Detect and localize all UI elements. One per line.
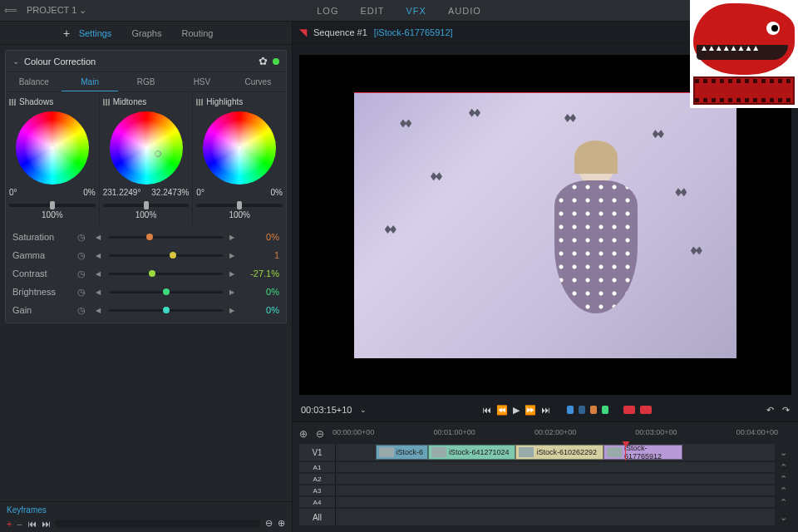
collapse-track-icon[interactable]: ⌃ xyxy=(775,462,791,473)
step-back-icon[interactable]: ⏪ xyxy=(496,405,508,416)
add-button[interactable]: + xyxy=(63,27,70,40)
step-fwd-icon[interactable]: ⏩ xyxy=(525,405,536,416)
sidebar-tab-graphs[interactable]: Graphs xyxy=(131,28,161,38)
param-gamma: Gamma ◷ ◀ ▶ 1 xyxy=(12,246,279,264)
keyframe-icon[interactable]: ◷ xyxy=(77,287,89,298)
kf-remove[interactable]: – xyxy=(17,519,22,529)
kf-next-icon[interactable]: ⏭ xyxy=(42,519,51,529)
subtab-hsv[interactable]: HSV xyxy=(174,72,229,91)
param-slider[interactable] xyxy=(109,291,223,293)
chevron-down-icon[interactable]: ⌄ xyxy=(360,406,367,414)
top-bar: ⟸ PROJECT 1 ⌄ LOG EDIT VFX AUDIO xyxy=(0,0,798,22)
wheel-slider[interactable] xyxy=(103,204,190,207)
clip[interactable]: iStock-610262292 xyxy=(515,445,603,460)
prev-kf-icon[interactable]: ◀ xyxy=(96,288,102,296)
all-lane[interactable] xyxy=(336,509,775,525)
kf-prev-icon[interactable]: ⏮ xyxy=(27,519,37,529)
gear-icon[interactable]: ✿ xyxy=(259,55,268,67)
wheel-slider[interactable] xyxy=(9,204,96,207)
clip[interactable]: iStock-6 xyxy=(376,445,428,460)
project-label[interactable]: PROJECT 1 ⌄ xyxy=(27,5,86,16)
kf-scrub[interactable] xyxy=(56,520,260,528)
wheel-slider[interactable] xyxy=(196,204,283,207)
zoom-out-icon[interactable]: ⊖ xyxy=(265,518,273,529)
enabled-dot[interactable] xyxy=(273,58,279,65)
sidebar-tab-routing[interactable]: Routing xyxy=(181,28,213,38)
video-lane[interactable]: iStock-617765912 iStock-610262292 iStock… xyxy=(336,444,775,461)
prev-kf-icon[interactable]: ◀ xyxy=(96,307,102,314)
prev-kf-icon[interactable]: ◀ xyxy=(96,252,102,259)
timeline: ⊕ ⊖ 00:00:00+0000:01:00+0000:02:00+0000:… xyxy=(293,421,798,532)
param-gain: Gain ◷ ◀ ▶ 0% xyxy=(12,301,279,319)
next-kf-icon[interactable]: ▶ xyxy=(229,288,236,296)
next-kf-icon[interactable]: ▶ xyxy=(229,307,236,314)
clip[interactable]: iStock-617765912 xyxy=(603,445,682,460)
tab-edit[interactable]: EDIT xyxy=(360,6,384,16)
goto-end-icon[interactable]: ⏭ xyxy=(541,405,550,415)
keyframe-icon[interactable]: ◷ xyxy=(77,268,89,279)
clip[interactable]: iStock-641271024 xyxy=(428,445,516,460)
audio-lane[interactable] xyxy=(336,485,775,495)
marker-blue2[interactable] xyxy=(579,406,585,414)
bars-icon xyxy=(196,99,203,106)
collapse-track-icon[interactable]: ⌃ xyxy=(775,497,791,508)
bars-icon xyxy=(9,99,16,106)
collapse-track-icon[interactable]: ⌄ xyxy=(775,447,791,458)
subject-girl xyxy=(538,140,654,358)
subtab-rgb[interactable]: RGB xyxy=(118,72,174,91)
track-a4: A4 ⌃ xyxy=(299,497,791,507)
zoom-in-icon[interactable]: ⊕ xyxy=(299,428,308,440)
collapse-track-icon[interactable]: ⌃ xyxy=(775,474,791,485)
zoom-out-icon[interactable]: ⊖ xyxy=(316,428,324,440)
wheel-shadows: Shadows 0°0% 100% xyxy=(6,92,100,224)
param-slider[interactable] xyxy=(109,236,223,239)
audio-lane[interactable] xyxy=(336,474,775,484)
prev-kf-icon[interactable]: ◀ xyxy=(96,270,102,278)
redo-icon[interactable]: ↷ xyxy=(782,405,790,416)
keyframe-icon[interactable]: ◷ xyxy=(77,232,89,243)
next-kf-icon[interactable]: ▶ xyxy=(229,234,236,241)
keyframe-icon[interactable]: ◷ xyxy=(77,305,89,316)
collapse-track-icon[interactable]: ⌃ xyxy=(775,485,791,496)
subtab-main[interactable]: Main xyxy=(62,72,117,91)
time-ruler[interactable]: 00:00:00+0000:01:00+0000:02:00+0000:03:0… xyxy=(332,426,791,441)
param-slider[interactable] xyxy=(109,254,223,257)
param-slider[interactable] xyxy=(109,309,223,312)
kf-add[interactable]: + xyxy=(7,519,12,529)
undo-icon[interactable]: ↶ xyxy=(766,405,774,416)
back-button[interactable]: ⟸ xyxy=(0,0,22,22)
collapse-icon[interactable]: ⌄ xyxy=(12,57,19,66)
timecode[interactable]: 00:03:15+10 xyxy=(301,405,352,415)
sidebar-tab-settings[interactable]: Settings xyxy=(79,28,112,38)
marker-green[interactable] xyxy=(602,406,608,414)
clip-thumb xyxy=(379,447,394,457)
tab-log[interactable]: LOG xyxy=(317,6,338,16)
subtab-curves[interactable]: Curves xyxy=(230,72,286,91)
color-wheel[interactable] xyxy=(16,111,89,185)
bookmark-icon[interactable]: ◥ xyxy=(299,27,307,38)
play-icon[interactable]: ▶ xyxy=(513,405,520,416)
audio-lane[interactable] xyxy=(336,497,775,507)
tab-audio[interactable]: AUDIO xyxy=(448,6,481,16)
color-wheel[interactable] xyxy=(110,111,183,185)
audio-lane[interactable] xyxy=(336,462,775,472)
subtab-balance[interactable]: Balance xyxy=(6,72,62,91)
keyframes-bar: Keyframes + – ⏮ ⏭ ⊖ ⊕ xyxy=(0,501,292,532)
keyframe-icon[interactable]: ◷ xyxy=(77,250,89,261)
collapse-track-icon[interactable]: ⌄ xyxy=(775,512,791,523)
clip-thumb xyxy=(431,447,446,457)
zoom-in-icon[interactable]: ⊕ xyxy=(278,518,285,529)
track-a3: A3 ⌃ xyxy=(299,485,791,495)
wheel-midtones: Midtones 231.2249°32.2473% 100% xyxy=(100,92,194,224)
goto-start-icon[interactable]: ⏮ xyxy=(482,405,491,415)
next-kf-icon[interactable]: ▶ xyxy=(229,270,236,278)
marker-orange[interactable] xyxy=(590,406,597,414)
next-kf-icon[interactable]: ▶ xyxy=(229,252,236,259)
prev-kf-icon[interactable]: ◀ xyxy=(96,234,102,241)
tab-vfx[interactable]: VFX xyxy=(406,6,426,16)
marker-red1[interactable] xyxy=(623,406,635,414)
color-wheel[interactable] xyxy=(203,111,276,185)
marker-red2[interactable] xyxy=(640,406,652,414)
marker-blue[interactable] xyxy=(567,406,574,414)
param-slider[interactable] xyxy=(109,273,223,275)
